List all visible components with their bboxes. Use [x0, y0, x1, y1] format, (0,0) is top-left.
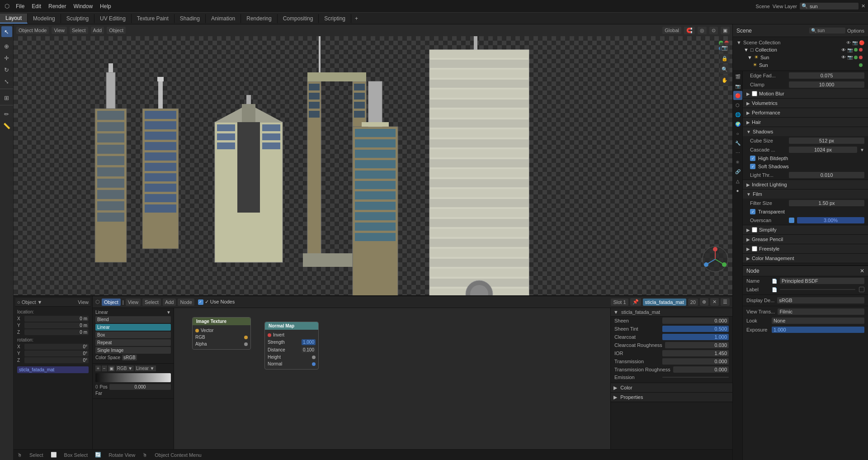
node-label-value[interactable]	[780, 289, 855, 290]
constraints-icon[interactable]: 🔗	[733, 167, 742, 176]
view-layer-icon[interactable]: ⬡	[733, 100, 742, 109]
add-menu[interactable]: Add	[91, 27, 104, 34]
viewport-3d-view[interactable]	[14, 36, 732, 295]
x-value[interactable]: 0 m	[24, 316, 89, 322]
scale-tool[interactable]: ⤡	[1, 76, 12, 87]
transmission-value[interactable]: 0.000	[662, 358, 729, 365]
blend-mode-value[interactable]: Linear	[95, 324, 171, 331]
sc-render-icon[interactable]: 🔴	[859, 40, 864, 45]
sc-eye-icon[interactable]: 👁	[846, 40, 851, 45]
ne-object-selector[interactable]: Object	[102, 299, 121, 306]
material-num[interactable]: 20	[688, 299, 698, 306]
repeat-value[interactable]: Repeat	[95, 339, 171, 346]
node-panel-collapse[interactable]: ✕	[860, 268, 864, 274]
gradient-remove-btn[interactable]: −	[102, 365, 107, 371]
node-editor-content[interactable]: Linear ▼ Blend Linear Box Repeat Single …	[93, 308, 732, 449]
sun-camera-icon[interactable]: 📷	[847, 55, 853, 60]
linear-selector[interactable]: Linear ▼	[135, 365, 156, 371]
panel-search[interactable]: 🔍 sun	[809, 28, 845, 33]
transform-tool[interactable]: ⊞	[1, 92, 12, 103]
world-icon[interactable]: 🌍	[733, 119, 742, 128]
material-unlink-btn[interactable]: ✕	[710, 298, 719, 306]
display-de-value[interactable]: sRGB	[777, 297, 864, 304]
proportional-btn[interactable]: ◎	[698, 27, 707, 34]
rz-value[interactable]: 0°	[24, 357, 89, 363]
material-browse-btn[interactable]: ☰	[721, 298, 730, 306]
simplify-header[interactable]: ▶ Simplify	[743, 225, 868, 234]
measure-tool[interactable]: 📏	[1, 120, 12, 131]
object-menu[interactable]: Object	[107, 27, 126, 34]
tab-scripting[interactable]: Scripting	[319, 14, 351, 23]
properties-section-header[interactable]: ▶ Properties	[611, 393, 732, 402]
cascade-dropdown[interactable]: ▼	[860, 147, 864, 152]
trans-rough-value[interactable]: 0.000	[673, 366, 729, 373]
high-bitdepth-checkbox[interactable]: ✓	[750, 156, 755, 161]
blend-type-dropdown[interactable]: ▼	[166, 310, 171, 315]
tab-texture-paint[interactable]: Texture Paint	[132, 14, 175, 23]
freestyle-checkbox[interactable]	[752, 246, 757, 251]
sun-child-item[interactable]: ☀ Sun	[736, 61, 864, 69]
image-texture-node[interactable]: Image Texture Vector RGB	[192, 317, 251, 350]
select-tool[interactable]: ↖	[1, 26, 12, 37]
material-name[interactable]: sticla_fatada_mat	[643, 299, 686, 306]
emission-value[interactable]	[662, 377, 729, 378]
transparent-checkbox[interactable]: ✓	[750, 209, 755, 214]
edge-fac-value[interactable]: 0.075	[789, 72, 864, 79]
tab-animation[interactable]: Animation	[206, 14, 241, 23]
scene-icon[interactable]: 🌐	[733, 110, 742, 119]
col-eye-icon[interactable]: 👁	[841, 47, 846, 52]
xray-btn[interactable]: ▣	[721, 27, 730, 34]
shadows-header[interactable]: ▼ Shadows	[743, 127, 868, 136]
ry-value[interactable]: 0°	[24, 351, 89, 356]
move-tool[interactable]: ✛	[1, 52, 12, 63]
menu-render[interactable]: Render	[46, 2, 69, 10]
move-view-btn[interactable]: ✋	[720, 75, 730, 85]
clearcoat-rough-value[interactable]: 0.030	[665, 342, 729, 348]
overscan-value[interactable]: 3.00%	[797, 217, 864, 223]
freestyle-header[interactable]: ▶ Freestyle	[743, 244, 868, 253]
indirect-lighting-header[interactable]: ▶ Indirect Lighting	[743, 180, 868, 189]
ne-view-btn[interactable]: View	[126, 299, 141, 306]
gradient-add-btn[interactable]: +	[95, 365, 101, 371]
tab-compositing[interactable]: Compositing	[278, 14, 319, 23]
view-trans-value[interactable]: Filmic	[778, 308, 864, 315]
snapping-btn[interactable]: 🧲	[684, 27, 695, 34]
tab-shading[interactable]: Shading	[175, 14, 206, 23]
lock-btn[interactable]: 🔒	[720, 53, 730, 63]
blender-icon[interactable]: ⬡	[3, 2, 11, 10]
transform-selector[interactable]: Global	[662, 27, 681, 34]
look-value[interactable]: None	[772, 318, 864, 324]
simplify-checkbox[interactable]	[752, 227, 757, 232]
tab-sculpting[interactable]: Sculpting	[61, 14, 94, 23]
menu-file[interactable]: File	[13, 2, 27, 10]
normal-map-node[interactable]: Normal Map Invert Strength	[264, 322, 319, 370]
node-label-reset[interactable]	[859, 287, 864, 292]
box-value[interactable]: Box	[95, 332, 171, 338]
menu-edit[interactable]: Edit	[29, 2, 44, 10]
select-menu[interactable]: Select	[70, 27, 88, 34]
material-pin-btn[interactable]: 📌	[630, 298, 641, 306]
volumetrics-header[interactable]: ▶ Volumetrics	[743, 99, 868, 108]
collection-item[interactable]: ▼ □ Collection 👁 📷	[736, 46, 864, 53]
material-icon[interactable]: ●	[733, 186, 742, 195]
render-output-icon[interactable]: 📷	[733, 81, 742, 90]
mode-selector[interactable]: Object Mode	[16, 27, 49, 34]
cube-size-value[interactable]: 512 px	[789, 138, 864, 144]
view-btn[interactable]: View	[78, 299, 89, 305]
distance-value[interactable]: 0.100	[302, 347, 316, 353]
menu-window[interactable]: Window	[71, 2, 95, 10]
material-label[interactable]: sticla_fatada_mat	[17, 366, 89, 373]
options-btn[interactable]: Options	[847, 28, 864, 33]
modifier-icon[interactable]: 🔧	[733, 138, 742, 147]
search-bar[interactable]: 🔍 sun	[800, 3, 859, 9]
rotate-tool[interactable]: ↻	[1, 64, 12, 75]
node-name-value[interactable]: Principled BSDF	[780, 278, 864, 284]
sheen-tint-value[interactable]: 0.500	[662, 326, 729, 332]
sc-camera-icon[interactable]: 📷	[852, 40, 858, 45]
color-space-value[interactable]: sRGB	[122, 355, 137, 360]
particles-icon[interactable]: ⋯	[733, 148, 742, 157]
single-image-value[interactable]: Single Image	[95, 347, 171, 354]
exposure-value[interactable]: 1.000	[772, 327, 864, 333]
slot-selector[interactable]: Slot 1	[611, 299, 628, 306]
blend-type-value[interactable]: Blend	[95, 316, 171, 323]
